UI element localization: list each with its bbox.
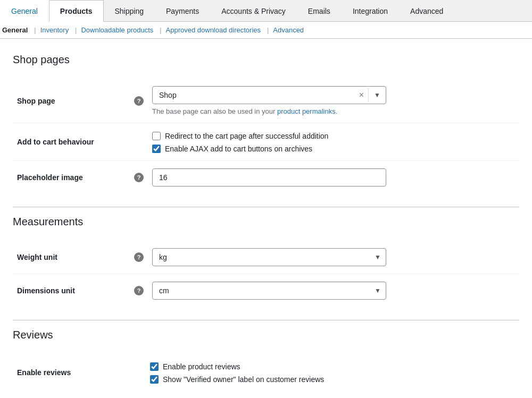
tabs-bar: General Products Shipping Payments Accou… [0,0,532,22]
ajax-checkbox[interactable] [152,145,161,153]
ajax-label[interactable]: Enable AJAX add to cart buttons on archi… [165,145,312,153]
dimensions-unit-help-icon[interactable]: ? [134,286,144,295]
subnav-approved-dirs[interactable]: Approved download directories [164,26,263,34]
add-to-cart-label: Add to cart behaviour [17,138,94,146]
subnav-downloadable[interactable]: Downloadable products [79,26,155,34]
verified-owner-row: Show "Verified owner" label on customer … [150,375,515,384]
measurements-divider [13,207,519,207]
enable-reviews-label: Enable reviews [17,368,71,377]
dimensions-unit-label: Dimensions unit [17,286,75,295]
tab-products[interactable]: Products [49,0,104,22]
dimensions-unit-wrapper: cm m mm in yd ▼ [152,282,386,300]
placeholder-image-label: Placeholder image [17,173,83,182]
shop-page-row: Shop page ? Shop × ▼ The base page can a… [13,79,519,123]
shop-page-description: The base page can also be used in your p… [152,107,515,115]
add-to-cart-row: Add to cart behaviour Redirect to the ca… [13,123,519,161]
enable-product-reviews-row: Enable product reviews [150,362,515,371]
verified-owner-label[interactable]: Show "Verified owner" label on customer … [163,375,324,384]
measurements-heading: Measurements [13,216,519,232]
shop-pages-heading: Shop pages [13,54,519,70]
weight-unit-select[interactable]: kg g lbs oz [152,248,386,266]
weight-unit-wrapper: kg g lbs oz ▼ [152,248,386,266]
placeholder-image-help-icon[interactable]: ? [134,173,144,182]
shop-page-clear-button[interactable]: × [355,88,368,103]
subnav-general-active: General [0,26,30,34]
redirect-checkbox[interactable] [152,132,161,140]
shop-page-help-icon[interactable]: ? [134,96,144,106]
enable-product-reviews-checkbox[interactable] [150,362,159,371]
reviews-heading: Reviews [13,329,519,345]
enable-product-reviews-label[interactable]: Enable product reviews [163,362,240,371]
sub-navigation: General | Inventory | Downloadable produ… [0,22,532,39]
shop-page-value: Shop [153,87,355,104]
settings-content: Shop pages Shop page ? Shop × ▼ The base… [0,39,532,398]
reviews-divider [13,320,519,320]
tab-shipping[interactable]: Shipping [104,0,155,22]
subnav-advanced[interactable]: Advanced [271,26,306,34]
tab-general[interactable]: General [0,0,49,22]
placeholder-image-input[interactable] [152,168,386,187]
tab-advanced[interactable]: Advanced [399,0,454,22]
product-permalinks-link[interactable]: product permalinks [277,107,336,115]
ajax-checkbox-row: Enable AJAX add to cart buttons on archi… [152,145,515,153]
tab-payments[interactable]: Payments [155,0,210,22]
redirect-label[interactable]: Redirect to the cart page after successf… [165,132,328,140]
verified-owner-checkbox[interactable] [150,375,159,384]
tab-accounts-privacy[interactable]: Accounts & Privacy [210,0,297,22]
reviews-table: Enable reviews Enable product reviews Sh… [13,354,519,391]
weight-unit-help-icon[interactable]: ? [134,252,144,262]
tab-integration[interactable]: Integration [342,0,399,22]
placeholder-image-row: Placeholder image ? [13,161,519,194]
shop-pages-table: Shop page ? Shop × ▼ The base page can a… [13,79,519,194]
enable-reviews-row: Enable reviews Enable product reviews Sh… [13,354,519,391]
weight-unit-label: Weight unit [17,253,57,261]
dimensions-unit-select[interactable]: cm m mm in yd [152,282,386,300]
dimensions-unit-row: Dimensions unit ? cm m mm in yd ▼ [13,274,519,308]
shop-page-select[interactable]: Shop × ▼ [152,86,386,104]
shop-page-label: Shop page [17,97,55,105]
subnav-inventory[interactable]: Inventory [38,26,71,34]
shop-page-dropdown-button[interactable]: ▼ [368,88,386,102]
measurements-table: Weight unit ? kg g lbs oz ▼ [13,241,519,307]
weight-unit-row: Weight unit ? kg g lbs oz ▼ [13,241,519,274]
tab-emails[interactable]: Emails [297,0,342,22]
redirect-checkbox-row: Redirect to the cart page after successf… [152,132,515,140]
